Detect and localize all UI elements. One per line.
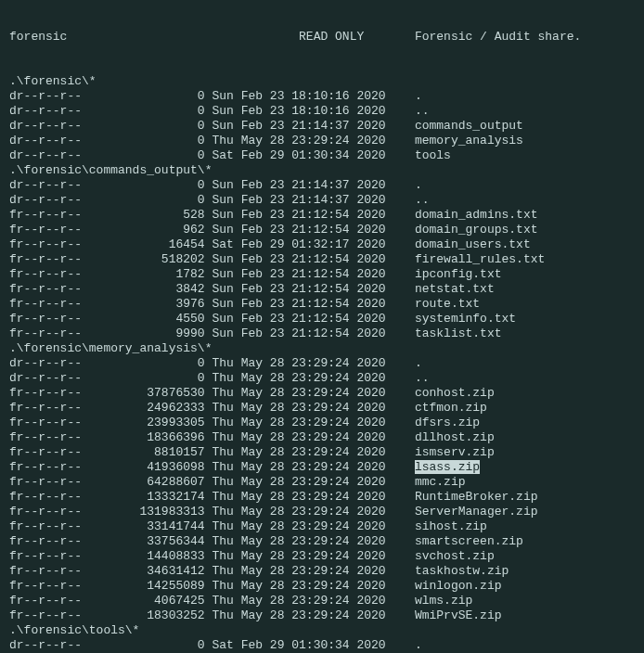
perms: fr--r--r-- (9, 282, 82, 296)
perms: fr--r--r-- (9, 534, 82, 548)
date: Sun Feb 23 21:12:54 2020 (205, 252, 386, 266)
date: Sun Feb 23 21:12:54 2020 (205, 312, 386, 326)
file-name: svchost.zip (415, 549, 495, 563)
date: Thu May 28 23:29:24 2020 (205, 416, 386, 429)
date: Thu May 28 23:29:24 2020 (205, 594, 386, 608)
perms: fr--r--r-- (9, 564, 82, 578)
file-name: ServerManager.zip (415, 505, 538, 519)
size: 0 (82, 148, 205, 162)
listing-row: dr--r--r-- 0 Thu May 28 23:29:24 2020 . (9, 356, 635, 371)
file-name: RuntimeBroker.zip (415, 490, 538, 504)
listing-row: fr--r--r-- 18303252 Thu May 28 23:29:24 … (9, 608, 635, 623)
date: Thu May 28 23:29:24 2020 (205, 460, 386, 474)
gap (386, 386, 415, 400)
gap (386, 356, 415, 370)
file-name: ctfmon.zip (415, 401, 487, 415)
size: 0 (82, 178, 205, 192)
file-name: .. (415, 193, 430, 207)
size: 64288607 (82, 475, 205, 489)
size: 1782 (82, 267, 205, 281)
perms: fr--r--r-- (9, 490, 82, 504)
file-name: smartscreen.zip (415, 534, 523, 548)
listing-row: fr--r--r-- 23993305 Thu May 28 23:29:24 … (9, 416, 635, 430)
dir-path: .\forensic\* (9, 74, 635, 89)
date: Sun Feb 23 21:14:37 2020 (205, 119, 386, 133)
date: Sun Feb 23 21:12:54 2020 (205, 282, 386, 296)
date: Thu May 28 23:29:24 2020 (205, 371, 386, 385)
perms: dr--r--r-- (9, 638, 82, 652)
gap (386, 534, 415, 548)
listing-row: fr--r--r-- 41936098 Thu May 28 23:29:24 … (9, 460, 635, 475)
size: 34631412 (82, 564, 205, 578)
date: Thu May 28 23:29:24 2020 (205, 386, 386, 400)
date: Sun Feb 23 21:12:54 2020 (205, 326, 386, 340)
gap (386, 638, 415, 652)
listing-row: dr--r--r-- 0 Sat Feb 29 01:30:34 2020 . (9, 638, 635, 653)
file-name: . (415, 356, 422, 370)
dir-path: .\forensic\memory_analysis\* (9, 341, 635, 356)
perms: fr--r--r-- (9, 445, 82, 459)
size: 13332174 (82, 490, 205, 504)
perms: dr--r--r-- (9, 178, 82, 192)
gap (386, 237, 415, 251)
perms: dr--r--r-- (9, 119, 82, 133)
gap (386, 430, 415, 444)
file-name: memory_analysis (415, 134, 523, 147)
date: Sat Feb 29 01:30:34 2020 (205, 148, 386, 162)
date: Thu May 28 23:29:24 2020 (205, 356, 386, 370)
date: Thu May 28 23:29:24 2020 (205, 564, 386, 578)
gap (386, 297, 415, 311)
date: Sun Feb 23 21:14:37 2020 (205, 178, 386, 192)
perms: fr--r--r-- (9, 297, 82, 311)
perms: fr--r--r-- (9, 386, 82, 400)
listing-row: fr--r--r-- 34631412 Thu May 28 23:29:24 … (9, 564, 635, 579)
size: 24962333 (82, 401, 205, 415)
perms: dr--r--r-- (9, 193, 82, 207)
file-name: systeminfo.txt (415, 312, 516, 326)
gap (386, 119, 415, 133)
gap (386, 475, 415, 489)
size: 4550 (82, 312, 205, 326)
gap (386, 608, 415, 622)
size: 33756344 (82, 534, 205, 548)
gap (386, 445, 415, 459)
file-name: conhost.zip (415, 386, 495, 400)
gap (386, 223, 415, 237)
gap (386, 490, 415, 504)
size: 0 (82, 89, 205, 103)
listing-row: fr--r--r-- 24962333 Thu May 28 23:29:24 … (9, 401, 635, 416)
file-name: . (415, 638, 422, 652)
date: Thu May 28 23:29:24 2020 (205, 579, 386, 593)
file-name: dfsrs.zip (415, 416, 480, 429)
gap (386, 312, 415, 326)
date: Thu May 28 23:29:24 2020 (205, 475, 386, 489)
gap (386, 178, 415, 192)
size: 0 (82, 193, 205, 207)
size: 4067425 (82, 594, 205, 608)
size: 14408833 (82, 549, 205, 563)
date: Sun Feb 23 21:12:54 2020 (205, 267, 386, 281)
date: Thu May 28 23:29:24 2020 (205, 608, 386, 622)
file-name: . (415, 178, 422, 192)
listing-row: fr--r--r-- 14408833 Thu May 28 23:29:24 … (9, 549, 635, 564)
perms: fr--r--r-- (9, 475, 82, 489)
listing-row: fr--r--r-- 962 Sun Feb 23 21:12:54 2020 … (9, 223, 635, 237)
size: 18366396 (82, 430, 205, 444)
file-name: sihost.zip (415, 519, 487, 533)
file-name: . (415, 89, 422, 103)
listing-row: fr--r--r-- 33756344 Thu May 28 23:29:24 … (9, 534, 635, 549)
share-permission: READ ONLY (299, 30, 364, 44)
perms: dr--r--r-- (9, 371, 82, 385)
perms: dr--r--r-- (9, 356, 82, 370)
perms: fr--r--r-- (9, 237, 82, 251)
listing-row: fr--r--r-- 64288607 Thu May 28 23:29:24 … (9, 475, 635, 490)
date: Thu May 28 23:29:24 2020 (205, 549, 386, 563)
date: Sun Feb 23 21:12:54 2020 (205, 297, 386, 311)
share-header-line: forensic READ ONLY Forensic / Audit shar… (9, 30, 635, 45)
perms: dr--r--r-- (9, 134, 82, 147)
gap (386, 104, 415, 118)
size: 8810157 (82, 445, 205, 459)
perms: fr--r--r-- (9, 579, 82, 593)
listing-row: fr--r--r-- 1782 Sun Feb 23 21:12:54 2020… (9, 267, 635, 282)
file-name: mmc.zip (415, 475, 466, 489)
